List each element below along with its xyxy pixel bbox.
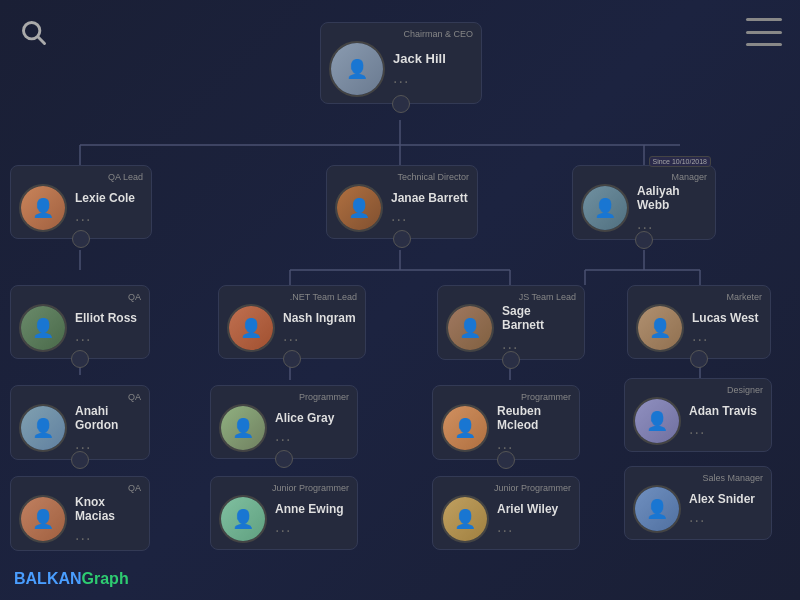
programmer2-role: Programmer: [441, 392, 571, 402]
node-programmer1[interactable]: Programmer 👤 Alice Gray ...: [210, 385, 358, 459]
qa3-avatar: 👤: [19, 495, 67, 543]
net-lead-expander[interactable]: [283, 350, 301, 368]
ceo-expander[interactable]: [392, 95, 410, 113]
node-designer[interactable]: Designer 👤 Adan Travis ...: [624, 378, 772, 452]
manager-role: Manager: [581, 172, 707, 182]
qa-lead-avatar: 👤: [19, 184, 67, 232]
programmer1-role: Programmer: [219, 392, 349, 402]
qa2-menu[interactable]: ...: [75, 435, 141, 453]
programmer1-name: Alice Gray: [275, 411, 349, 425]
net-lead-avatar: 👤: [227, 304, 275, 352]
node-programmer2[interactable]: Programmer 👤 Reuben Mcleod ...: [432, 385, 580, 460]
manager-avatar: 👤: [581, 184, 629, 232]
net-lead-role: .NET Team Lead: [227, 292, 357, 302]
node-junior1[interactable]: Junior Programmer 👤 Anne Ewing ...: [210, 476, 358, 550]
sales-mgr-role: Sales Manager: [633, 473, 763, 483]
node-manager[interactable]: Since 10/10/2018 Manager 👤 Aaliyah Webb …: [572, 165, 716, 240]
node-marketer[interactable]: Marketer 👤 Lucas West ...: [627, 285, 771, 359]
node-qa2[interactable]: QA 👤 Anahi Gordon ...: [10, 385, 150, 460]
hamburger-line-2: [746, 31, 782, 34]
qa2-name: Anahi Gordon: [75, 404, 141, 433]
qa2-role: QA: [19, 392, 141, 402]
tech-dir-name: Janae Barrett: [391, 191, 469, 205]
marketer-name: Lucas West: [692, 311, 762, 325]
marketer-role: Marketer: [636, 292, 762, 302]
node-sales-mgr[interactable]: Sales Manager 👤 Alex Snider ...: [624, 466, 772, 540]
programmer1-avatar: 👤: [219, 404, 267, 452]
hamburger-line-3: [746, 43, 782, 46]
tech-dir-expander[interactable]: [393, 230, 411, 248]
manager-menu[interactable]: ...: [637, 215, 707, 233]
qa1-menu[interactable]: ...: [75, 327, 141, 345]
junior1-menu[interactable]: ...: [275, 518, 349, 536]
ceo-name: Jack Hill: [393, 51, 473, 67]
programmer2-avatar: 👤: [441, 404, 489, 452]
js-lead-avatar: 👤: [446, 304, 494, 352]
node-qa1[interactable]: QA 👤 Elliot Ross ...: [10, 285, 150, 359]
tech-dir-avatar: 👤: [335, 184, 383, 232]
manager-name: Aaliyah Webb: [637, 184, 707, 213]
qa2-expander[interactable]: [71, 451, 89, 469]
designer-menu[interactable]: ...: [689, 420, 763, 438]
junior1-name: Anne Ewing: [275, 502, 349, 516]
search-button[interactable]: [18, 18, 50, 50]
hamburger-line-1: [746, 18, 782, 21]
junior1-avatar: 👤: [219, 495, 267, 543]
node-qa3[interactable]: QA 👤 Knox Macias ...: [10, 476, 150, 551]
node-js-lead[interactable]: JS Team Lead 👤 Sage Barnett ...: [437, 285, 585, 360]
js-lead-name: Sage Barnett: [502, 304, 576, 333]
since-badge: Since 10/10/2018: [649, 156, 712, 167]
qa-lead-name: Lexie Cole: [75, 191, 143, 205]
qa1-role: QA: [19, 292, 141, 302]
qa1-avatar: 👤: [19, 304, 67, 352]
sales-mgr-avatar: 👤: [633, 485, 681, 533]
qa2-avatar: 👤: [19, 404, 67, 452]
node-junior2[interactable]: Junior Programmer 👤 Ariel Wiley ...: [432, 476, 580, 550]
programmer1-expander[interactable]: [275, 450, 293, 468]
node-qa-lead[interactable]: QA Lead 👤 Lexie Cole ...: [10, 165, 152, 239]
node-ceo[interactable]: Chairman & CEO 👤 Jack Hill ...: [320, 22, 482, 104]
node-tech-dir[interactable]: Technical Director 👤 Janae Barrett ...: [326, 165, 478, 239]
brand-logo: BALKANGraph: [14, 570, 129, 588]
junior2-avatar: 👤: [441, 495, 489, 543]
junior1-role: Junior Programmer: [219, 483, 349, 493]
programmer1-menu[interactable]: ...: [275, 427, 349, 445]
marketer-menu[interactable]: ...: [692, 327, 762, 345]
marketer-avatar: 👤: [636, 304, 684, 352]
qa1-name: Elliot Ross: [75, 311, 141, 325]
net-lead-name: Nash Ingram: [283, 311, 357, 325]
qa-lead-role: QA Lead: [19, 172, 143, 182]
programmer2-expander[interactable]: [497, 451, 515, 469]
hamburger-button[interactable]: [746, 18, 782, 46]
logo-graph: Graph: [82, 570, 129, 587]
qa3-name: Knox Macias: [75, 495, 141, 524]
js-lead-role: JS Team Lead: [446, 292, 576, 302]
programmer2-name: Reuben Mcleod: [497, 404, 571, 433]
logo-balkan: BALKAN: [14, 570, 82, 587]
qa-lead-menu[interactable]: ...: [75, 207, 143, 225]
tech-dir-menu[interactable]: ...: [391, 207, 469, 225]
tech-dir-role: Technical Director: [335, 172, 469, 182]
qa1-expander[interactable]: [71, 350, 89, 368]
junior2-name: Ariel Wiley: [497, 502, 571, 516]
junior2-role: Junior Programmer: [441, 483, 571, 493]
junior2-menu[interactable]: ...: [497, 518, 571, 536]
qa-lead-expander[interactable]: [72, 230, 90, 248]
js-lead-expander[interactable]: [502, 351, 520, 369]
ceo-role: Chairman & CEO: [329, 29, 473, 39]
designer-role: Designer: [633, 385, 763, 395]
designer-avatar: 👤: [633, 397, 681, 445]
sales-mgr-menu[interactable]: ...: [689, 508, 763, 526]
ceo-avatar: 👤: [329, 41, 385, 97]
qa3-role: QA: [19, 483, 141, 493]
designer-name: Adan Travis: [689, 404, 763, 418]
ceo-menu[interactable]: ...: [393, 69, 473, 87]
marketer-expander[interactable]: [690, 350, 708, 368]
node-net-lead[interactable]: .NET Team Lead 👤 Nash Ingram ...: [218, 285, 366, 359]
manager-expander[interactable]: [635, 231, 653, 249]
svg-line-20: [38, 37, 44, 43]
qa3-menu[interactable]: ...: [75, 526, 141, 544]
sales-mgr-name: Alex Snider: [689, 492, 763, 506]
net-lead-menu[interactable]: ...: [283, 327, 357, 345]
